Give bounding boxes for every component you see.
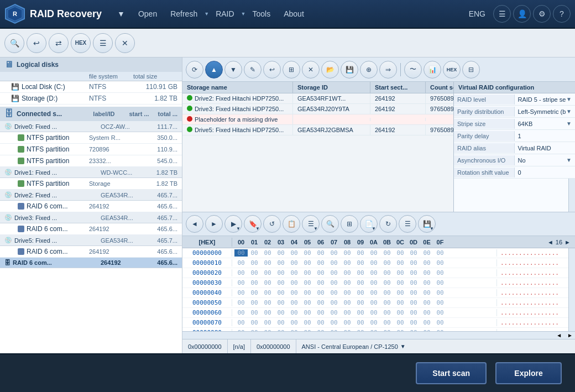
raid-layers-btn[interactable]: ⊕ — [360, 61, 378, 79]
nav-refresh-arrow[interactable]: ▼ — [204, 11, 209, 17]
settings-button[interactable]: ⚙ — [533, 5, 551, 23]
hex-byte-4-15[interactable]: 00 — [433, 289, 447, 296]
hex-byte-1-9[interactable]: 00 — [354, 259, 367, 266]
hex-sync-btn[interactable]: ↺ — [263, 215, 281, 233]
drive2-header[interactable]: 💿 Drive2: Fixed ... GEA534R... 465.7... — [0, 190, 182, 201]
hex-hscrollbar[interactable]: ◄ ► — [182, 331, 575, 339]
raid-grid2-btn[interactable]: ⊟ — [462, 61, 480, 79]
hex-data-row-2[interactable]: 0000002000000000000000000000000000000000… — [182, 268, 568, 278]
hex-byte-1-1[interactable]: 00 — [248, 259, 261, 266]
hex-byte-4-12[interactable]: 00 — [394, 289, 407, 296]
hex-save2-btn[interactable]: 💾▼ — [418, 215, 436, 233]
hex-byte-7-2[interactable]: 00 — [261, 319, 274, 326]
lang-button[interactable]: ENG — [463, 6, 491, 22]
hex-toolbar-btn[interactable]: HEX — [71, 33, 91, 53]
nav-about[interactable]: About — [277, 6, 311, 22]
config-stripe-value[interactable]: 64KB▼ — [515, 119, 576, 129]
raid-chart-btn[interactable]: 📊 — [424, 61, 441, 79]
config-parity-arrow[interactable]: ▼ — [566, 108, 572, 114]
hex-byte-0-4[interactable]: 00 — [288, 249, 301, 257]
hex-paste-btn[interactable]: 📄▼ — [360, 215, 378, 233]
hex-scrollbar[interactable] — [568, 248, 575, 331]
hex-byte-2-10[interactable]: 00 — [367, 269, 380, 276]
hex-data-row-7[interactable]: 0000007000000000000000000000000000000000… — [182, 318, 568, 328]
drive5-raid[interactable]: RAID 6 com... 264192 465.6... — [0, 246, 182, 258]
encoding-arrow[interactable]: ▼ — [400, 343, 406, 349]
config-parity-value[interactable]: Left-Symmetric (b▼ — [515, 107, 576, 117]
hex-byte-6-1[interactable]: 00 — [248, 309, 261, 316]
drive0-ntfs3[interactable]: NTFS partition 23332... 545.0... — [0, 155, 182, 167]
hex-byte-6-3[interactable]: 00 — [274, 309, 288, 316]
copy-toolbar-btn[interactable]: ⇄ — [49, 33, 69, 53]
hex-byte-4-9[interactable]: 00 — [354, 289, 367, 296]
hex-byte-4-5[interactable]: 00 — [301, 289, 314, 296]
hex-byte-3-7[interactable]: 00 — [327, 279, 341, 286]
hex-byte-3-1[interactable]: 00 — [248, 279, 261, 286]
config-raid-level-value[interactable]: RAID 5 - stripe se▼ — [515, 95, 576, 104]
hex-byte-1-14[interactable]: 00 — [420, 259, 433, 266]
raid-up-btn[interactable]: ▲ Move component up (Ctrl+Up) — [205, 61, 223, 79]
hex-data-row-0[interactable]: 0000000000000000000000000000000000000000… — [182, 248, 568, 258]
raid-row-1[interactable]: Drive3: Fixed Hitachi HDP7250... GEA534R… — [182, 104, 453, 114]
config-async-arrow[interactable]: ▼ — [566, 157, 572, 163]
raid-save-btn[interactable]: 💾 — [341, 61, 358, 79]
hex-byte-2-0[interactable]: 00 — [234, 269, 248, 276]
nav-dropdown[interactable]: ▼ — [111, 6, 132, 22]
hex-addr-btn[interactable]: ⊞ — [341, 215, 358, 233]
hex-byte-7-15[interactable]: 00 — [433, 319, 447, 326]
hex-byte-7-4[interactable]: 00 — [288, 319, 301, 326]
config-raid-level-arrow[interactable]: ▼ — [566, 96, 572, 102]
hex-byte-1-3[interactable]: 00 — [274, 259, 288, 266]
hex-byte-6-2[interactable]: 00 — [261, 309, 274, 316]
hscroll-left[interactable]: ◄ — [554, 332, 564, 338]
hex-byte-5-0[interactable]: 00 — [234, 299, 248, 306]
hex-byte-1-2[interactable]: 00 — [261, 259, 274, 266]
status-encoding[interactable]: ANSI - Central European / CP-1250 ▼ — [296, 339, 575, 353]
hex-data-row-4[interactable]: 0000004000000000000000000000000000000000… — [182, 288, 568, 298]
nav-open[interactable]: Open — [132, 6, 164, 22]
hex-byte-4-14[interactable]: 00 — [420, 289, 433, 296]
hex-byte-6-11[interactable]: 00 — [380, 309, 394, 316]
user-button[interactable]: 👤 — [513, 5, 531, 23]
hex-search2-btn[interactable]: 🔍 — [321, 215, 339, 233]
hex-byte-4-13[interactable]: 00 — [407, 289, 420, 296]
hex-byte-0-3[interactable]: 00 — [274, 249, 288, 257]
hex-data-row-1[interactable]: 0000001000000000000000000000000000000000… — [182, 258, 568, 268]
help-button[interactable]: ? — [553, 5, 571, 23]
hex-byte-1-15[interactable]: 00 — [433, 259, 447, 266]
list-toolbar-btn[interactable]: ☰ — [93, 33, 113, 53]
hex-sector-btn[interactable]: ☰ — [399, 215, 416, 233]
hex-byte-0-9[interactable]: 00 — [354, 249, 367, 257]
hex-byte-4-6[interactable]: 00 — [314, 289, 327, 296]
hex-byte-3-5[interactable]: 00 — [301, 279, 314, 286]
hex-byte-5-6[interactable]: 00 — [314, 299, 327, 306]
hex-byte-0-2[interactable]: 00 — [261, 249, 274, 257]
hex-byte-1-10[interactable]: 00 — [367, 259, 380, 266]
drive1-ntfs1[interactable]: NTFS partition Storage 1.82 TB — [0, 178, 182, 190]
hex-byte-5-2[interactable]: 00 — [261, 299, 274, 306]
local-disk-c[interactable]: 💾Local Disk (C:) NTFS 110.91 GB — [0, 81, 182, 93]
hex-byte-7-8[interactable]: 00 — [341, 319, 354, 326]
hex-byte-2-14[interactable]: 00 — [420, 269, 433, 276]
hex-byte-4-2[interactable]: 00 — [261, 289, 274, 296]
hex-byte-5-15[interactable]: 00 — [433, 299, 447, 306]
hex-byte-5-9[interactable]: 00 — [354, 299, 367, 306]
hex-byte-6-6[interactable]: 00 — [314, 309, 327, 316]
hex-byte-0-7[interactable]: 00 — [327, 249, 341, 257]
hex-byte-5-5[interactable]: 00 — [301, 299, 314, 306]
hex-byte-7-11[interactable]: 00 — [380, 319, 394, 326]
raid6-selected[interactable]: 🗄 RAID 6 com... 264192 465.6... — [0, 258, 182, 268]
close-toolbar-btn[interactable]: ✕ — [115, 33, 135, 53]
hex-byte-7-10[interactable]: 00 — [367, 319, 380, 326]
hex-byte-5-4[interactable]: 00 — [288, 299, 301, 306]
hex-byte-5-13[interactable]: 00 — [407, 299, 420, 306]
hex-byte-3-6[interactable]: 00 — [314, 279, 327, 286]
hex-byte-7-7[interactable]: 00 — [327, 319, 341, 326]
drive5-header[interactable]: 💿 Drive5: Fixed ... GEA534R... 465.7... — [0, 235, 182, 246]
hex-byte-3-8[interactable]: 00 — [341, 279, 354, 286]
hex-byte-4-11[interactable]: 00 — [380, 289, 394, 296]
hex-byte-6-5[interactable]: 00 — [301, 309, 314, 316]
hex-byte-4-10[interactable]: 00 — [367, 289, 380, 296]
hex-byte-6-7[interactable]: 00 — [327, 309, 341, 316]
hex-byte-1-7[interactable]: 00 — [327, 259, 341, 266]
